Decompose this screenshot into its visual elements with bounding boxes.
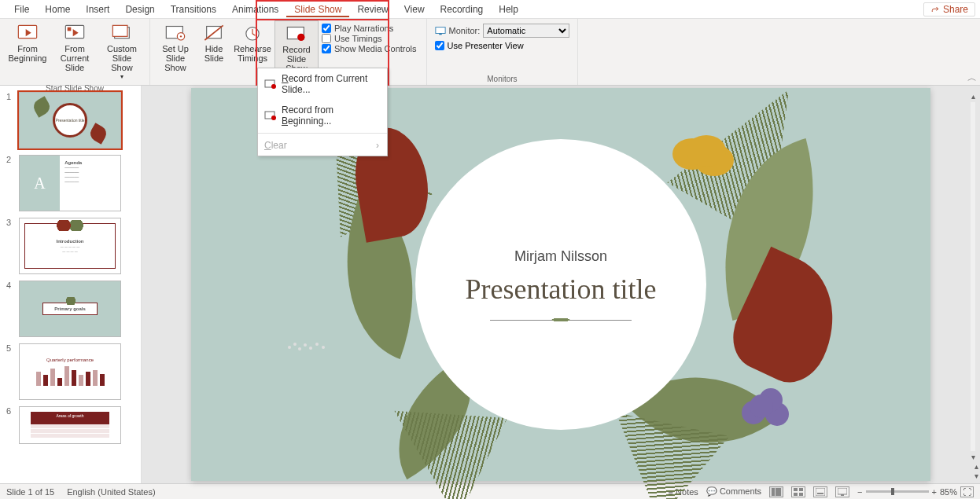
- group-label-monitors: Monitors: [487, 75, 517, 85]
- scroll-down-icon[interactable]: ▾: [971, 453, 975, 461]
- svg-point-20: [298, 347, 301, 350]
- tab-file[interactable]: File: [6, 1, 37, 17]
- normal-view-button[interactable]: [769, 486, 783, 497]
- tab-recording[interactable]: Recording: [433, 1, 492, 17]
- thumbnail-slide-5[interactable]: Quarterly performance: [19, 343, 121, 400]
- play-from-start-icon: [17, 24, 39, 42]
- svg-point-22: [309, 347, 312, 350]
- svg-point-18: [288, 346, 291, 349]
- thumb-number: 5: [6, 343, 14, 353]
- svg-rect-2: [68, 28, 72, 31]
- custom-show-icon: [111, 24, 133, 42]
- thumb-number: 2: [6, 155, 14, 164]
- zoom-slider[interactable]: [866, 490, 929, 493]
- svg-rect-25: [772, 488, 775, 496]
- thumb-number: 1: [6, 92, 14, 101]
- presenter-view-checkbox[interactable]: Use Presenter View: [432, 41, 573, 50]
- fit-to-window-button[interactable]: ⛶: [960, 486, 974, 497]
- thumbnail-slide-2[interactable]: AAgenda————————————: [19, 155, 121, 211]
- collapse-ribbon-button[interactable]: ︿: [967, 72, 977, 85]
- slide-subtitle[interactable]: Mirjam Nilsson: [514, 248, 607, 265]
- chevron-down-icon: ▾: [120, 74, 123, 81]
- svg-point-15: [271, 84, 276, 89]
- svg-rect-13: [439, 34, 442, 35]
- thumbnail-slide-6[interactable]: Areas of growth: [19, 406, 121, 444]
- tab-slideshow[interactable]: Slide Show: [286, 1, 349, 17]
- sorter-view-icon: [794, 488, 803, 496]
- svg-rect-31: [816, 488, 825, 496]
- slideshow-view-button[interactable]: [835, 486, 849, 497]
- prev-slide-button[interactable]: ▴: [974, 462, 978, 471]
- comments-button[interactable]: 💬 Comments: [706, 486, 761, 497]
- svg-rect-30: [799, 493, 803, 496]
- tab-design[interactable]: Design: [117, 1, 162, 17]
- sorter-view-button[interactable]: [791, 486, 805, 497]
- next-slide-button[interactable]: ▾: [974, 471, 978, 480]
- reading-view-icon: [816, 488, 825, 496]
- scroll-up-icon[interactable]: ▴: [971, 92, 975, 101]
- tab-animations[interactable]: Animations: [224, 1, 286, 17]
- slide-divider: [490, 320, 632, 321]
- tab-transitions[interactable]: Transitions: [163, 1, 224, 17]
- zoom-level[interactable]: 85%: [940, 487, 957, 497]
- svg-rect-12: [435, 28, 444, 34]
- svg-point-24: [322, 346, 325, 349]
- svg-point-17: [271, 116, 276, 120]
- play-from-current-icon: [64, 24, 86, 42]
- zoom-out-button[interactable]: −: [857, 487, 862, 497]
- record-icon: [264, 78, 277, 90]
- svg-rect-26: [776, 488, 781, 496]
- thumb-number: 3: [6, 218, 14, 227]
- svg-rect-4: [112, 26, 127, 37]
- from-current-button[interactable]: From Current Slide: [52, 20, 98, 75]
- record-from-current-item[interactable]: Record from Current Slide...: [258, 68, 387, 100]
- svg-rect-34: [841, 494, 844, 496]
- monitor-icon: [435, 26, 446, 35]
- vertical-scrollbar[interactable]: ▴ ▾: [967, 92, 978, 461]
- show-media-controls-checkbox[interactable]: Show Media Controls: [322, 44, 417, 53]
- use-timings-checkbox[interactable]: Use Timings: [322, 34, 417, 43]
- svg-point-23: [315, 343, 319, 346]
- tab-insert[interactable]: Insert: [78, 1, 117, 17]
- record-from-beginning-item[interactable]: Record from Beginning...: [258, 100, 387, 131]
- thumb-number: 6: [6, 406, 14, 416]
- tab-view[interactable]: View: [396, 1, 433, 17]
- record-icon: [286, 24, 308, 43]
- from-beginning-button[interactable]: From Beginning: [5, 20, 50, 66]
- monitor-label: Monitor:: [449, 26, 481, 35]
- slide-thumbnail-panel[interactable]: 1 Presentation title 2 AAgenda——————————…: [0, 86, 142, 483]
- share-icon: [930, 5, 940, 14]
- setup-slideshow-button[interactable]: Set Up Slide Show: [155, 20, 196, 75]
- tab-help[interactable]: Help: [491, 1, 526, 17]
- slide-counter: Slide 1 of 15: [6, 487, 54, 497]
- thumbnail-slide-4[interactable]: Primary goals: [19, 281, 121, 337]
- svg-rect-28: [799, 488, 803, 491]
- svg-point-19: [293, 343, 297, 346]
- monitor-select[interactable]: Automatic: [483, 24, 569, 38]
- rehearse-timings-button[interactable]: Rehearse Timings: [232, 20, 273, 66]
- record-dropdown: Record from Current Slide... Record from…: [257, 68, 388, 156]
- share-button[interactable]: Share: [923, 2, 975, 17]
- slideshow-view-icon: [838, 488, 847, 496]
- language-status[interactable]: English (United States): [67, 487, 156, 497]
- setup-icon: [164, 24, 186, 42]
- hide-slide-icon: [203, 24, 225, 42]
- hide-slide-button[interactable]: Hide Slide: [197, 20, 230, 66]
- thumb-number: 4: [6, 281, 14, 290]
- play-narrations-checkbox[interactable]: Play Narrations: [322, 24, 417, 33]
- thumbnail-slide-3[interactable]: Introduction— — — — —— — — —: [19, 218, 121, 274]
- svg-rect-33: [838, 488, 847, 494]
- reading-view-button[interactable]: [813, 486, 827, 497]
- svg-rect-32: [817, 493, 823, 494]
- custom-slideshow-button[interactable]: Custom Slide Show ▾: [99, 20, 145, 84]
- tab-review[interactable]: Review: [349, 1, 396, 17]
- slide-title[interactable]: Presentation title: [466, 273, 657, 306]
- svg-rect-27: [794, 488, 798, 491]
- record-icon: [264, 109, 277, 122]
- tab-home[interactable]: Home: [37, 1, 78, 17]
- svg-point-21: [304, 343, 307, 347]
- thumbnail-slide-1[interactable]: Presentation title: [19, 92, 121, 149]
- zoom-in-button[interactable]: +: [932, 487, 937, 497]
- svg-point-11: [297, 34, 304, 41]
- svg-rect-29: [794, 493, 798, 496]
